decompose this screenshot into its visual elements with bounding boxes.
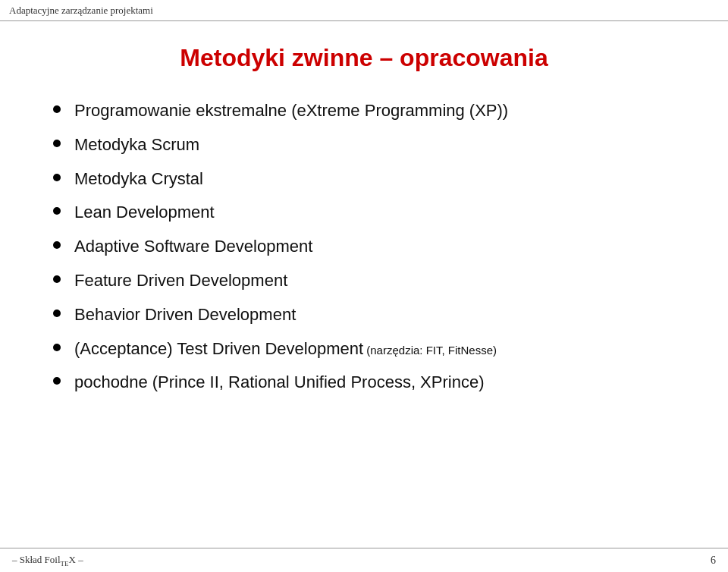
list-item: Adaptive Software Development <box>53 235 675 259</box>
bullet-dot-icon <box>53 207 61 215</box>
bullet-dot-icon <box>53 105 61 113</box>
header-title: Adaptacyjne zarządzanie projektami <box>9 5 153 17</box>
bullet-dot-icon <box>53 310 61 317</box>
list-item: Behavior Driven Development <box>53 303 675 327</box>
footer-page-number: 6 <box>711 555 716 567</box>
bullet-text: Metodyka Crystal <box>74 168 203 191</box>
bullet-dot-icon <box>53 377 61 385</box>
bullet-dot-icon <box>53 344 61 351</box>
bullet-text: (Acceptance) Test Driven Development (na… <box>74 338 497 361</box>
bullet-text: Metodyka Scrum <box>74 134 199 157</box>
bullet-dot-icon <box>53 275 61 283</box>
bullet-text: Adaptive Software Development <box>74 235 312 259</box>
header-bar: Adaptacyjne zarządzanie projektami <box>0 0 728 21</box>
list-item: (Acceptance) Test Driven Development (na… <box>53 338 675 361</box>
slide-title: Metodyki zwinne – opracowania <box>180 44 548 72</box>
list-item: pochodne (Prince II, Rational Unified Pr… <box>53 371 675 394</box>
main-content: Metodyki zwinne – opracowania Programowa… <box>0 21 728 548</box>
list-item: Metodyka Crystal <box>53 168 675 191</box>
bullet-text: pochodne (Prince II, Rational Unified Pr… <box>74 371 484 394</box>
bullet-text: Behavior Driven Development <box>74 303 296 327</box>
list-item: Feature Driven Development <box>53 269 675 293</box>
bullet-dot-icon <box>53 241 61 249</box>
footer-bar: – Skład FoilTEX – 6 <box>0 548 728 572</box>
bullet-dot-icon <box>53 174 61 181</box>
bullet-text: Lean Development <box>74 201 215 225</box>
bullet-text: Programowanie ekstremalne (eXtreme Progr… <box>74 99 508 123</box>
list-item: Lean Development <box>53 201 675 225</box>
bullet-dot-icon <box>53 140 61 147</box>
bullet-text: Feature Driven Development <box>74 269 287 293</box>
list-item: Programowanie ekstremalne (eXtreme Progr… <box>53 99 675 123</box>
list-item: Metodyka Scrum <box>53 134 675 157</box>
footer-foiltex: – Skład FoilTEX – <box>12 554 83 567</box>
bullet-list: Programowanie ekstremalne (eXtreme Progr… <box>53 99 675 405</box>
